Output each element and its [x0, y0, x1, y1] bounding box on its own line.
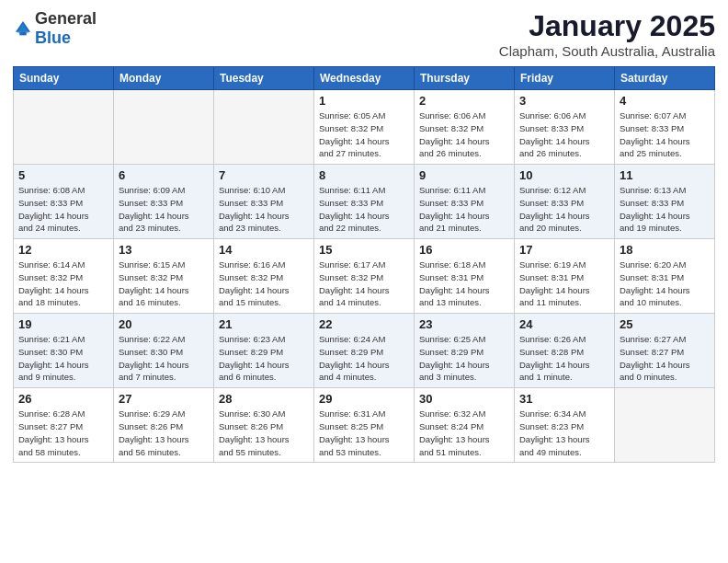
day-cell: 31Sunrise: 6:34 AM Sunset: 8:23 PM Dayli…	[515, 388, 615, 463]
day-cell: 28Sunrise: 6:30 AM Sunset: 8:26 PM Dayli…	[214, 388, 314, 463]
day-cell: 8Sunrise: 6:11 AM Sunset: 8:33 PM Daylig…	[314, 165, 415, 239]
day-info: Sunrise: 6:21 AM Sunset: 8:30 PM Dayligh…	[18, 333, 108, 384]
weekday-header-monday: Monday	[114, 67, 214, 90]
title-block: January 2025 Clapham, South Australia, A…	[499, 9, 715, 59]
week-row-4: 19Sunrise: 6:21 AM Sunset: 8:30 PM Dayli…	[14, 314, 715, 388]
day-number: 6	[119, 168, 209, 182]
day-cell: 18Sunrise: 6:20 AM Sunset: 8:31 PM Dayli…	[615, 239, 715, 314]
week-row-3: 12Sunrise: 6:14 AM Sunset: 8:32 PM Dayli…	[14, 239, 715, 314]
day-cell: 5Sunrise: 6:08 AM Sunset: 8:33 PM Daylig…	[14, 165, 114, 239]
day-cell	[14, 90, 114, 165]
day-info: Sunrise: 6:23 AM Sunset: 8:29 PM Dayligh…	[219, 333, 309, 384]
day-cell: 12Sunrise: 6:14 AM Sunset: 8:32 PM Dayli…	[14, 239, 114, 314]
day-info: Sunrise: 6:07 AM Sunset: 8:33 PM Dayligh…	[620, 109, 710, 160]
week-row-2: 5Sunrise: 6:08 AM Sunset: 8:33 PM Daylig…	[14, 165, 715, 239]
day-cell: 15Sunrise: 6:17 AM Sunset: 8:32 PM Dayli…	[314, 239, 415, 314]
weekday-header-sunday: Sunday	[14, 67, 114, 90]
day-number: 20	[119, 317, 209, 331]
weekday-header-friday: Friday	[515, 67, 615, 90]
day-info: Sunrise: 6:18 AM Sunset: 8:31 PM Dayligh…	[419, 259, 509, 309]
day-info: Sunrise: 6:29 AM Sunset: 8:26 PM Dayligh…	[119, 408, 209, 458]
day-cell: 10Sunrise: 6:12 AM Sunset: 8:33 PM Dayli…	[515, 165, 615, 239]
day-number: 2	[419, 94, 509, 108]
day-cell: 7Sunrise: 6:10 AM Sunset: 8:33 PM Daylig…	[214, 165, 314, 239]
day-number: 13	[119, 243, 209, 257]
day-cell: 16Sunrise: 6:18 AM Sunset: 8:31 PM Dayli…	[415, 239, 515, 314]
day-number: 11	[620, 168, 710, 182]
day-info: Sunrise: 6:14 AM Sunset: 8:32 PM Dayligh…	[18, 259, 108, 309]
day-number: 27	[119, 392, 209, 406]
logo-blue: Blue	[35, 29, 71, 47]
day-cell: 30Sunrise: 6:32 AM Sunset: 8:24 PM Dayli…	[415, 388, 515, 463]
month-title: January 2025	[499, 9, 715, 43]
day-info: Sunrise: 6:11 AM Sunset: 8:33 PM Dayligh…	[419, 184, 509, 235]
day-number: 31	[519, 392, 609, 406]
day-info: Sunrise: 6:22 AM Sunset: 8:30 PM Dayligh…	[119, 333, 209, 384]
day-cell: 29Sunrise: 6:31 AM Sunset: 8:25 PM Dayli…	[314, 388, 415, 463]
day-number: 15	[319, 243, 409, 257]
week-row-1: 1Sunrise: 6:05 AM Sunset: 8:32 PM Daylig…	[14, 90, 715, 165]
day-info: Sunrise: 6:31 AM Sunset: 8:25 PM Dayligh…	[319, 408, 409, 458]
day-cell: 19Sunrise: 6:21 AM Sunset: 8:30 PM Dayli…	[14, 314, 114, 388]
day-cell	[114, 90, 214, 165]
day-cell: 1Sunrise: 6:05 AM Sunset: 8:32 PM Daylig…	[314, 90, 415, 165]
day-number: 4	[620, 94, 710, 108]
weekday-header-thursday: Thursday	[415, 67, 515, 90]
day-number: 17	[519, 243, 609, 257]
day-info: Sunrise: 6:25 AM Sunset: 8:29 PM Dayligh…	[419, 333, 509, 384]
day-info: Sunrise: 6:26 AM Sunset: 8:28 PM Dayligh…	[519, 333, 609, 384]
day-number: 10	[519, 168, 609, 182]
day-info: Sunrise: 6:06 AM Sunset: 8:32 PM Dayligh…	[419, 109, 509, 160]
day-info: Sunrise: 6:20 AM Sunset: 8:31 PM Dayligh…	[620, 259, 710, 309]
day-cell: 2Sunrise: 6:06 AM Sunset: 8:32 PM Daylig…	[415, 90, 515, 165]
day-info: Sunrise: 6:28 AM Sunset: 8:27 PM Dayligh…	[18, 408, 108, 458]
day-cell: 9Sunrise: 6:11 AM Sunset: 8:33 PM Daylig…	[415, 165, 515, 239]
day-cell: 25Sunrise: 6:27 AM Sunset: 8:27 PM Dayli…	[615, 314, 715, 388]
day-cell: 26Sunrise: 6:28 AM Sunset: 8:27 PM Dayli…	[14, 388, 114, 463]
day-number: 29	[319, 392, 409, 406]
day-number: 5	[18, 168, 108, 182]
day-info: Sunrise: 6:11 AM Sunset: 8:33 PM Dayligh…	[319, 184, 409, 235]
day-number: 12	[18, 243, 108, 257]
day-number: 1	[319, 94, 409, 108]
day-cell: 27Sunrise: 6:29 AM Sunset: 8:26 PM Dayli…	[114, 388, 214, 463]
day-info: Sunrise: 6:34 AM Sunset: 8:23 PM Dayligh…	[519, 408, 609, 458]
day-number: 28	[219, 392, 309, 406]
day-cell: 23Sunrise: 6:25 AM Sunset: 8:29 PM Dayli…	[415, 314, 515, 388]
day-cell	[214, 90, 314, 165]
calendar: SundayMondayTuesdayWednesdayThursdayFrid…	[13, 66, 715, 463]
day-number: 21	[219, 317, 309, 331]
day-info: Sunrise: 6:30 AM Sunset: 8:26 PM Dayligh…	[219, 408, 309, 458]
logo: General Blue	[13, 9, 97, 48]
day-info: Sunrise: 6:17 AM Sunset: 8:32 PM Dayligh…	[319, 259, 409, 309]
day-number: 25	[620, 317, 710, 331]
day-number: 19	[18, 317, 108, 331]
day-info: Sunrise: 6:13 AM Sunset: 8:33 PM Dayligh…	[620, 184, 710, 235]
day-cell: 13Sunrise: 6:15 AM Sunset: 8:32 PM Dayli…	[114, 239, 214, 314]
day-number: 7	[219, 168, 309, 182]
day-number: 30	[419, 392, 509, 406]
logo-icon	[13, 18, 33, 39]
day-number: 3	[519, 94, 609, 108]
day-info: Sunrise: 6:09 AM Sunset: 8:33 PM Dayligh…	[119, 184, 209, 235]
day-number: 8	[319, 168, 409, 182]
day-info: Sunrise: 6:32 AM Sunset: 8:24 PM Dayligh…	[419, 408, 509, 458]
day-number: 14	[219, 243, 309, 257]
day-cell: 17Sunrise: 6:19 AM Sunset: 8:31 PM Dayli…	[515, 239, 615, 314]
day-cell: 3Sunrise: 6:06 AM Sunset: 8:33 PM Daylig…	[515, 90, 615, 165]
day-info: Sunrise: 6:10 AM Sunset: 8:33 PM Dayligh…	[219, 184, 309, 235]
day-info: Sunrise: 6:06 AM Sunset: 8:33 PM Dayligh…	[519, 109, 609, 160]
weekday-header-tuesday: Tuesday	[214, 67, 314, 90]
day-cell: 22Sunrise: 6:24 AM Sunset: 8:29 PM Dayli…	[314, 314, 415, 388]
logo-general: General	[35, 9, 97, 28]
day-cell	[615, 388, 715, 463]
week-row-5: 26Sunrise: 6:28 AM Sunset: 8:27 PM Dayli…	[14, 388, 715, 463]
day-info: Sunrise: 6:27 AM Sunset: 8:27 PM Dayligh…	[620, 333, 710, 384]
day-cell: 11Sunrise: 6:13 AM Sunset: 8:33 PM Dayli…	[615, 165, 715, 239]
day-cell: 4Sunrise: 6:07 AM Sunset: 8:33 PM Daylig…	[615, 90, 715, 165]
day-number: 24	[519, 317, 609, 331]
day-cell: 24Sunrise: 6:26 AM Sunset: 8:28 PM Dayli…	[515, 314, 615, 388]
day-info: Sunrise: 6:24 AM Sunset: 8:29 PM Dayligh…	[319, 333, 409, 384]
day-info: Sunrise: 6:08 AM Sunset: 8:33 PM Dayligh…	[18, 184, 108, 235]
location-title: Clapham, South Australia, Australia	[499, 43, 715, 59]
